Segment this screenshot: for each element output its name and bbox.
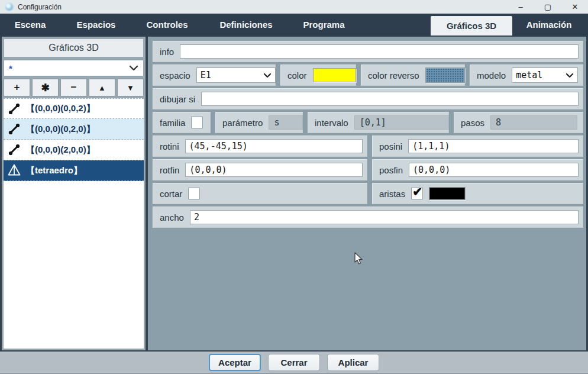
tetrahedron-icon	[7, 163, 21, 178]
familia-group: familia	[152, 111, 211, 134]
espacio-value: E1	[201, 70, 211, 80]
app-logo-icon	[5, 2, 14, 11]
maximize-button[interactable]: ▢	[543, 0, 553, 14]
posfin-label: posfin	[379, 165, 403, 175]
color-label: color	[287, 70, 307, 80]
info-input[interactable]	[180, 44, 579, 59]
pasos-field: 8	[490, 115, 577, 130]
posini-label: posini	[379, 141, 402, 151]
segment-icon	[7, 122, 21, 136]
color-group: color	[280, 64, 357, 86]
ancho-label: ancho	[160, 212, 184, 223]
footer: Aceptar Cerrar Aplicar	[0, 352, 588, 374]
chevron-down-icon	[263, 73, 272, 78]
tab-espacios[interactable]: Espacios	[68, 14, 124, 36]
tab-controles[interactable]: Controles	[139, 14, 195, 36]
objects-panel: Gráficos 3D * + ✱ − ▲ ▼ 【(0,0,0)(0,0,2)】	[2, 37, 146, 350]
object-filter-select[interactable]: *	[4, 60, 144, 76]
aristas-checkbox[interactable]: ✔	[411, 188, 423, 199]
chevron-down-icon	[566, 73, 574, 78]
list-item[interactable]: 【(0,0,0)(0,2,0)】	[4, 119, 144, 140]
dibujar-si-label: dibujar si	[160, 94, 195, 104]
color-reverso-swatch[interactable]	[425, 67, 465, 83]
duplicate-object-button[interactable]: ✱	[32, 79, 59, 96]
posini-input[interactable]	[408, 139, 579, 153]
titlebar: Configuración – ▢ ✕	[0, 0, 588, 14]
posfin-input[interactable]	[409, 163, 579, 177]
tab-definiciones[interactable]: Definiciones	[216, 14, 276, 36]
panel-title: Gráficos 3D	[4, 38, 144, 57]
aristas-group: aristas ✔	[371, 182, 584, 205]
window-title: Configuración	[18, 3, 62, 11]
modelo-label: modelo	[477, 70, 506, 80]
move-up-button[interactable]: ▲	[89, 79, 115, 96]
tab-programa[interactable]: Programa	[296, 14, 352, 36]
dibujar-si-group: dibujar si	[152, 88, 584, 110]
pasos-group: pasos 8	[453, 111, 584, 134]
tab-graficos-3d[interactable]: Gráficos 3D	[431, 16, 512, 36]
modelo-select[interactable]: metal	[512, 67, 578, 83]
list-item[interactable]: 【(0,0,0)(0,0,2)】	[4, 98, 144, 119]
info-label: info	[160, 47, 174, 57]
segment-icon	[7, 102, 21, 116]
intervalo-field: [0,1]	[354, 115, 449, 130]
info-group: info	[152, 40, 584, 63]
main-area: Gráficos 3D * + ✱ − ▲ ▼ 【(0,0,0)(0,0,2)】	[0, 36, 588, 352]
tab-animacion[interactable]: Animación	[513, 14, 584, 36]
configuration-window: Configuración – ▢ ✕ Escena Espacios Cont…	[0, 0, 588, 374]
parametro-group: parámetro s	[215, 111, 303, 134]
rotfin-label: rotfin	[160, 165, 179, 175]
list-item-label: 【(0,0,0)(2,0,0)】	[26, 144, 95, 156]
color-reverso-label: color reverso	[368, 70, 419, 80]
add-object-button[interactable]: +	[4, 79, 30, 96]
dibujar-si-input[interactable]	[201, 92, 579, 106]
espacio-group: espacio E1	[152, 64, 276, 86]
window-controls: – ▢ ✕	[516, 0, 583, 14]
remove-object-button[interactable]: −	[60, 79, 87, 96]
checkmark-icon: ✔	[412, 185, 422, 199]
object-list: 【(0,0,0)(0,0,2)】 【(0,0,0)(0,2,0)】 【(0,0,…	[4, 98, 144, 349]
rotini-group: rotini	[152, 135, 368, 157]
familia-label: familia	[160, 118, 185, 128]
modelo-value: metal	[516, 70, 542, 80]
list-item[interactable]: 【(0,0,0)(2,0,0)】	[4, 140, 144, 160]
cortar-checkbox[interactable]	[188, 188, 200, 199]
minimize-button[interactable]: –	[516, 0, 525, 14]
ancho-input[interactable]	[190, 210, 579, 224]
cortar-label: cortar	[160, 189, 182, 199]
aristas-label: aristas	[379, 189, 405, 199]
intervalo-label: intervalo	[315, 118, 348, 128]
familia-checkbox[interactable]	[191, 117, 203, 128]
posini-group: posini	[371, 135, 584, 157]
list-item-label: 【(0,0,0)(0,0,2)】	[26, 103, 95, 114]
properties-panel: info espacio E1 color col	[148, 37, 586, 350]
ancho-group: ancho	[152, 206, 584, 228]
filter-value: *	[9, 63, 12, 73]
posfin-group: posfin	[371, 159, 584, 181]
move-down-button[interactable]: ▼	[117, 79, 144, 96]
cortar-group: cortar	[152, 182, 368, 205]
object-toolbar: + ✱ − ▲ ▼	[4, 79, 144, 96]
modelo-group: modelo metal	[469, 64, 584, 86]
parametro-field: s	[269, 115, 303, 130]
color-swatch[interactable]	[313, 68, 356, 82]
espacio-select[interactable]: E1	[196, 67, 276, 83]
rotfin-input[interactable]	[185, 163, 363, 177]
apply-button[interactable]: Aplicar	[327, 354, 379, 371]
rotfin-group: rotfin	[152, 159, 368, 181]
segment-icon	[7, 143, 21, 157]
tab-escena[interactable]: Escena	[5, 14, 56, 36]
pasos-label: pasos	[461, 118, 484, 128]
chevron-down-icon	[129, 65, 138, 71]
list-item-label: 【tetraedro】	[26, 165, 82, 176]
close-button[interactable]: ✕	[570, 0, 580, 14]
aristas-color-swatch[interactable]	[429, 187, 466, 200]
tab-bar: Escena Espacios Controles Definiciones P…	[0, 14, 588, 36]
espacio-label: espacio	[160, 70, 190, 80]
list-item-selected[interactable]: 【tetraedro】	[4, 160, 144, 181]
rotini-input[interactable]	[185, 139, 363, 153]
accept-button[interactable]: Aceptar	[209, 354, 261, 371]
list-item-label: 【(0,0,0)(0,2,0)】	[26, 124, 95, 135]
rotini-label: rotini	[160, 141, 179, 151]
close-dialog-button[interactable]: Cerrar	[268, 354, 320, 371]
